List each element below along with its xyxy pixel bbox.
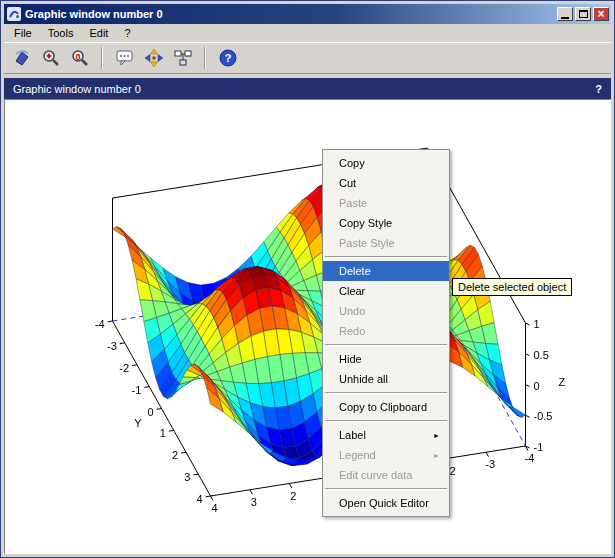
ged-button[interactable] bbox=[111, 45, 138, 71]
menu-separator bbox=[325, 488, 447, 490]
context-menu-item-legend: Legend► bbox=[323, 445, 449, 465]
help-icon: ? bbox=[218, 48, 238, 68]
menu-item-label: Undo bbox=[339, 305, 365, 317]
datatip-button[interactable] bbox=[169, 45, 196, 71]
menu-item-label: Cut bbox=[339, 177, 356, 189]
menu-bar: FileToolsEdit? bbox=[4, 24, 611, 42]
zoom-in-button[interactable] bbox=[37, 45, 64, 71]
graphic-window: Graphic window number 0 × FileToolsEdit?… bbox=[0, 0, 615, 558]
context-menu-item-edit-curve-data: Edit curve data bbox=[323, 465, 449, 485]
menu-item-label: Copy Style bbox=[339, 217, 392, 229]
pan-icon bbox=[144, 48, 164, 68]
close-icon: × bbox=[597, 9, 604, 19]
context-menu-item-open-quick-editor[interactable]: Open Quick Editor bbox=[323, 493, 449, 513]
maximize-button[interactable] bbox=[575, 7, 591, 21]
menu-item-label: Label bbox=[339, 429, 366, 441]
zoom-in-icon bbox=[41, 48, 61, 68]
tooltip: Delete selected object bbox=[452, 278, 572, 296]
pan-button[interactable] bbox=[140, 45, 167, 71]
submenu-arrow-icon: ► bbox=[433, 432, 440, 439]
menu-item-label: Unhide all bbox=[339, 373, 388, 385]
context-menu-item-copy-style[interactable]: Copy Style bbox=[323, 213, 449, 233]
title-bar[interactable]: Graphic window number 0 × bbox=[4, 4, 611, 24]
menu-item-label: Redo bbox=[339, 325, 365, 337]
rotate-button[interactable] bbox=[8, 45, 35, 71]
context-menu-item-copy-to-clipboard[interactable]: Copy to Clipboard bbox=[323, 397, 449, 417]
rotate-icon bbox=[12, 48, 32, 68]
toolbar-separator bbox=[204, 47, 206, 69]
maximize-icon bbox=[579, 10, 588, 18]
context-menu-item-delete[interactable]: Delete bbox=[323, 261, 449, 281]
context-menu-item-paste: Paste bbox=[323, 193, 449, 213]
submenu-arrow-icon: ► bbox=[433, 452, 440, 459]
figure-title: Graphic window number 0 bbox=[13, 83, 595, 95]
svg-text:?: ? bbox=[224, 52, 231, 64]
menu-item-label: Open Quick Editor bbox=[339, 497, 429, 509]
menu-item-label: Legend bbox=[339, 449, 376, 461]
menu-item-label: Clear bbox=[339, 285, 365, 297]
menu-separator bbox=[325, 344, 447, 346]
menu-help[interactable]: ? bbox=[116, 25, 138, 41]
menu-edit[interactable]: Edit bbox=[81, 25, 116, 41]
menu-item-label: Edit curve data bbox=[339, 469, 412, 481]
menu-tools[interactable]: Tools bbox=[40, 25, 82, 41]
context-menu-item-cut[interactable]: Cut bbox=[323, 173, 449, 193]
close-button[interactable]: × bbox=[593, 7, 609, 21]
help-button[interactable]: ? bbox=[214, 45, 241, 71]
menu-item-label: Paste bbox=[339, 197, 367, 209]
ged-icon bbox=[115, 48, 135, 68]
menu-item-label: Paste Style bbox=[339, 237, 395, 249]
menu-item-label: Copy to Clipboard bbox=[339, 401, 427, 413]
minimize-icon bbox=[561, 17, 569, 19]
menu-separator bbox=[325, 392, 447, 394]
context-menu-item-undo: Undo bbox=[323, 301, 449, 321]
context-menu-item-label[interactable]: Label► bbox=[323, 425, 449, 445]
plot-area[interactable]: CopyCutPasteCopy StylePaste StyleDeleteC… bbox=[4, 99, 611, 554]
window-title: Graphic window number 0 bbox=[25, 8, 553, 20]
context-menu-item-paste-style: Paste Style bbox=[323, 233, 449, 253]
figure-info-bar: Graphic window number 0 ? bbox=[4, 78, 611, 99]
context-menu-item-hide[interactable]: Hide bbox=[323, 349, 449, 369]
context-menu: CopyCutPasteCopy StylePaste StyleDeleteC… bbox=[322, 149, 450, 517]
context-menu-item-redo: Redo bbox=[323, 321, 449, 341]
app-icon[interactable] bbox=[7, 7, 21, 21]
menu-file[interactable]: File bbox=[6, 25, 40, 41]
surface-plot-canvas[interactable] bbox=[5, 100, 610, 554]
info-help-icon[interactable]: ? bbox=[595, 83, 602, 95]
svg-text:0: 0 bbox=[75, 52, 80, 62]
menu-item-label: Copy bbox=[339, 157, 365, 169]
menu-separator bbox=[325, 420, 447, 422]
toolbar: 0? bbox=[4, 42, 611, 74]
initial-zoom-icon: 0 bbox=[70, 48, 90, 68]
context-menu-item-copy[interactable]: Copy bbox=[323, 153, 449, 173]
toolbar-separator bbox=[101, 47, 103, 69]
initial-zoom-button[interactable]: 0 bbox=[66, 45, 93, 71]
menu-item-label: Delete bbox=[339, 265, 371, 277]
context-menu-item-clear[interactable]: Clear bbox=[323, 281, 449, 301]
datatip-icon bbox=[173, 48, 193, 68]
menu-item-label: Hide bbox=[339, 353, 362, 365]
minimize-button[interactable] bbox=[557, 7, 573, 21]
menu-separator bbox=[325, 256, 447, 258]
context-menu-item-unhide-all[interactable]: Unhide all bbox=[323, 369, 449, 389]
